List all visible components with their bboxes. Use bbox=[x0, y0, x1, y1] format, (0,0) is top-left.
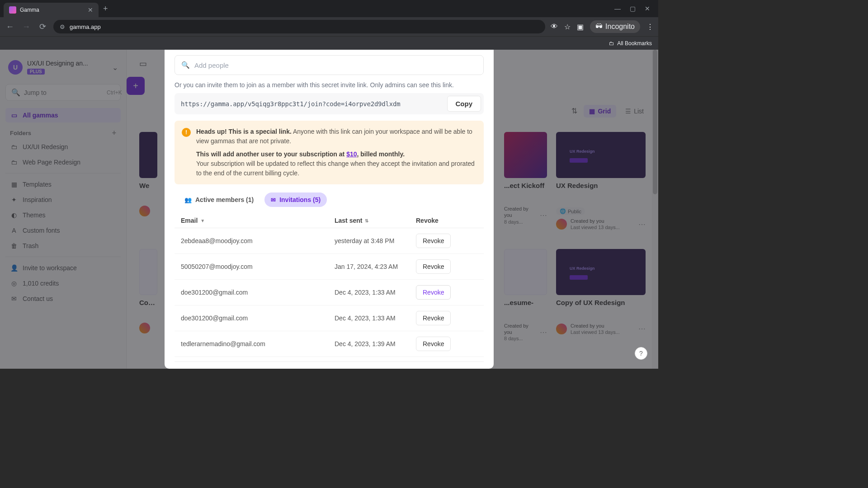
revoke-button[interactable]: Revoke bbox=[416, 234, 451, 248]
price-link[interactable]: $10 bbox=[346, 150, 357, 158]
copy-button[interactable]: Copy bbox=[447, 96, 481, 112]
reload-button[interactable]: ⟳ bbox=[37, 22, 48, 32]
table-row: doe301200@gmail.com Dec 4, 2023, 1:33 AM… bbox=[175, 305, 484, 331]
invite-link-text[interactable]: https://gamma.app/v5qiqg3r8ppc3t1/join?c… bbox=[181, 100, 443, 108]
invite-link-description: Or you can invite them to join as a memb… bbox=[175, 81, 484, 89]
cell-last-sent: Jan 17, 2024, 4:23 AM bbox=[335, 263, 416, 270]
incognito-badge[interactable]: 🕶 Incognito bbox=[590, 20, 640, 33]
close-tab-icon[interactable]: ✕ bbox=[88, 6, 93, 14]
forward-button[interactable]: → bbox=[21, 22, 32, 32]
cell-email: 2ebdeaa8@moodjoy.com bbox=[181, 237, 335, 244]
sort-down-icon: ▼ bbox=[200, 218, 205, 223]
cell-email: tedlerarnemadino@gmail.com bbox=[181, 340, 335, 347]
menu-icon[interactable]: ⋮ bbox=[646, 23, 654, 31]
table-row: tedlerarnemadino@gmail.com Dec 4, 2023, … bbox=[175, 331, 484, 357]
bookmarks-bar: 🗀 All Bookmarks bbox=[0, 36, 658, 50]
bookmark-star-icon[interactable]: ☆ bbox=[564, 23, 571, 31]
invite-modal: 🔍 Add people Or you can invite them to j… bbox=[165, 50, 494, 369]
warning-icon: ! bbox=[182, 128, 191, 137]
search-icon: 🔍 bbox=[181, 61, 190, 69]
cell-last-sent: yesterday at 3:48 PM bbox=[335, 237, 416, 244]
tracking-icon[interactable]: 👁 bbox=[551, 23, 558, 31]
warning-banner: ! Heads up! This is a special link. Anyo… bbox=[175, 121, 484, 184]
invitations-table: Email▼ Last sent⇅ Revoke 2ebdeaa8@moodjo… bbox=[175, 213, 484, 357]
members-icon: 👥 bbox=[184, 197, 192, 203]
tab-active-members[interactable]: 👥Active members (1) bbox=[178, 192, 260, 207]
close-window-icon[interactable]: ✕ bbox=[645, 5, 650, 12]
cell-last-sent: Dec 4, 2023, 1:33 AM bbox=[335, 289, 416, 296]
envelope-icon: ✉ bbox=[271, 197, 276, 203]
invite-link-row: https://gamma.app/v5qiqg3r8ppc3t1/join?c… bbox=[175, 93, 484, 114]
add-people-input[interactable]: 🔍 Add people bbox=[175, 55, 484, 75]
member-tabs: 👥Active members (1) ✉Invitations (5) bbox=[175, 192, 484, 207]
maximize-icon[interactable]: ▢ bbox=[630, 5, 636, 12]
tab-invitations[interactable]: ✉Invitations (5) bbox=[264, 192, 327, 207]
window-controls: — ▢ ✕ bbox=[610, 5, 655, 12]
column-last-sent[interactable]: Last sent⇅ bbox=[335, 217, 416, 224]
column-email[interactable]: Email▼ bbox=[181, 217, 335, 224]
address-bar[interactable]: ⚙ gamma.app bbox=[53, 20, 545, 33]
cell-last-sent: Dec 4, 2023, 1:39 AM bbox=[335, 340, 416, 347]
url-text: gamma.app bbox=[70, 23, 101, 30]
table-row: 50050207@moodjoy.com Jan 17, 2024, 4:23 … bbox=[175, 254, 484, 280]
new-tab-button[interactable]: + bbox=[103, 4, 108, 14]
folder-icon: 🗀 bbox=[609, 40, 614, 47]
sort-icon: ⇅ bbox=[365, 218, 368, 223]
all-bookmarks-button[interactable]: All Bookmarks bbox=[617, 40, 652, 47]
revoke-button[interactable]: Revoke bbox=[416, 311, 451, 325]
revoke-button[interactable]: Revoke bbox=[416, 337, 451, 351]
tab-title: Gamma bbox=[20, 7, 84, 13]
revoke-button[interactable]: Revoke bbox=[416, 259, 451, 274]
help-button[interactable]: ? bbox=[635, 347, 647, 360]
browser-tab[interactable]: Gamma ✕ bbox=[4, 3, 99, 17]
incognito-icon: 🕶 bbox=[595, 23, 603, 31]
site-settings-icon[interactable]: ⚙ bbox=[60, 23, 65, 30]
column-revoke: Revoke bbox=[416, 217, 477, 224]
gamma-favicon bbox=[9, 6, 16, 14]
cell-email: 50050207@moodjoy.com bbox=[181, 263, 335, 270]
modal-footer: PLUS Manage subscription↗ Cancel subscri… bbox=[175, 361, 484, 369]
table-header: Email▼ Last sent⇅ Revoke bbox=[175, 213, 484, 228]
cell-email: doe301200@gmail.com bbox=[181, 314, 335, 322]
browser-tab-strip: Gamma ✕ + — ▢ ✕ bbox=[0, 0, 658, 17]
browser-toolbar: ← → ⟳ ⚙ gamma.app 👁 ☆ ▣ 🕶 Incognito ⋮ bbox=[0, 17, 658, 36]
back-button[interactable]: ← bbox=[5, 22, 15, 32]
cell-last-sent: Dec 4, 2023, 1:33 AM bbox=[335, 314, 416, 322]
table-row: doe301200@gmail.com Dec 4, 2023, 1:33 AM… bbox=[175, 280, 484, 305]
table-row: 2ebdeaa8@moodjoy.com yesterday at 3:48 P… bbox=[175, 228, 484, 254]
cell-email: doe301200@gmail.com bbox=[181, 289, 335, 296]
revoke-button[interactable]: Revoke bbox=[416, 285, 451, 300]
panel-icon[interactable]: ▣ bbox=[577, 23, 584, 31]
minimize-icon[interactable]: — bbox=[614, 5, 621, 12]
